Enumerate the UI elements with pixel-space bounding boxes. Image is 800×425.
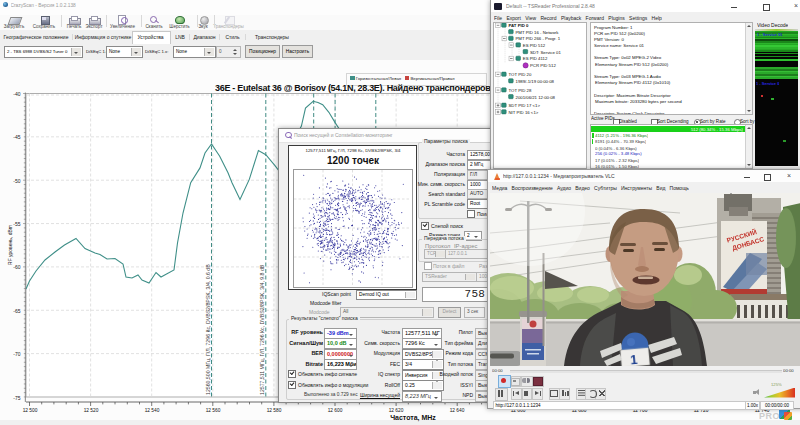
svg-text:Descriptor: Maximum Bitrate De: Descriptor: Maximum Bitrate Descriptor <box>594 93 671 98</box>
svg-text:PMT Version: 0: PMT Version: 0 <box>594 37 624 42</box>
svg-text:Maximum bitrate: 2033280 bytes: Maximum bitrate: 2033280 bytes per secon… <box>595 99 682 104</box>
svg-text:PMT PID 266 - Progr. 1: PMT PID 266 - Progr. 1 <box>516 36 561 41</box>
svg-text:PCR on PID 512 (0x0200): PCR on PID 512 (0x0200) <box>594 31 646 36</box>
svg-text:ES PID 4112: ES PID 4112 <box>523 56 548 61</box>
svg-text:ES PID 512: ES PID 512 <box>523 43 546 48</box>
svg-text:TOT PID 28: TOT PID 28 <box>509 88 532 93</box>
svg-text:2001/06/21 12:00:08: 2001/06/21 12:00:08 <box>516 95 556 100</box>
svg-text:Service name: Service 01: Service name: Service 01 <box>594 43 645 48</box>
svg-text:NIT PID 16 <1>: NIT PID 16 <1> <box>509 110 539 115</box>
svg-text:Elementary Stream PID 512 (0x0: Elementary Stream PID 512 (0x0200) <box>595 62 669 67</box>
svg-text:Elementary Stream PID 4112 (0x: Elementary Stream PID 4112 (0x1010) <box>595 80 671 85</box>
svg-text:PCR PID 512: PCR PID 512 <box>530 63 556 68</box>
svg-text:PMT PID 16 - Network: PMT PID 16 - Network <box>516 30 560 35</box>
svg-text:Descriptor: System Clock Descr: Descriptor: System Clock Descriptor <box>594 111 665 115</box>
svg-text:SDT PID 17 <1>: SDT PID 17 <1> <box>509 103 541 108</box>
svg-text:Stream Type: 0x02 MPEG-2 Video: Stream Type: 0x02 MPEG-2 Video <box>594 55 662 60</box>
svg-text:PAT PID 0: PAT PID 0 <box>509 23 530 28</box>
svg-text:SDT: Service 01: SDT: Service 01 <box>530 50 561 55</box>
svg-text:1: 1 <box>630 352 639 366</box>
svg-text:1989/-1/19 00:00:08: 1989/-1/19 00:00:08 <box>516 79 555 84</box>
svg-text:Stream Type: 0x03 MPEG-1 Audio: Stream Type: 0x03 MPEG-1 Audio <box>594 74 662 79</box>
svg-text:TOT PID 20: TOT PID 20 <box>509 72 532 77</box>
svg-text:Program Number: 1: Program Number: 1 <box>594 25 633 30</box>
